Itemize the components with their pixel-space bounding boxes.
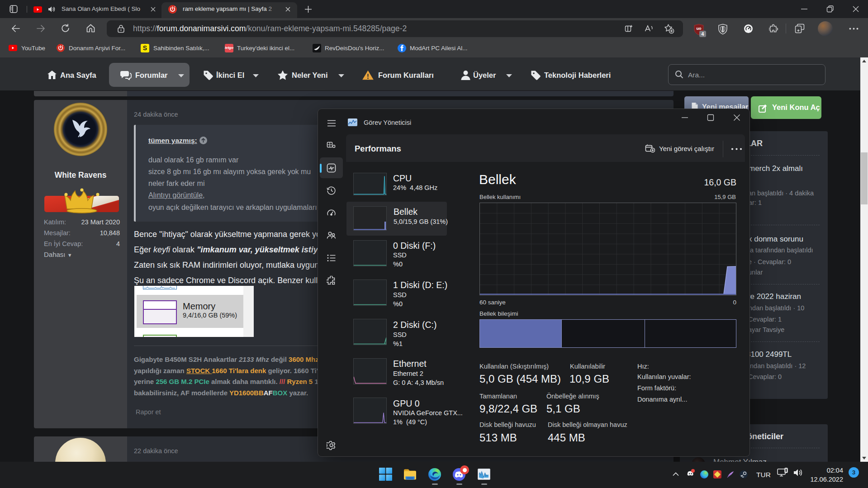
svg-text:uo: uo [697,26,702,31]
